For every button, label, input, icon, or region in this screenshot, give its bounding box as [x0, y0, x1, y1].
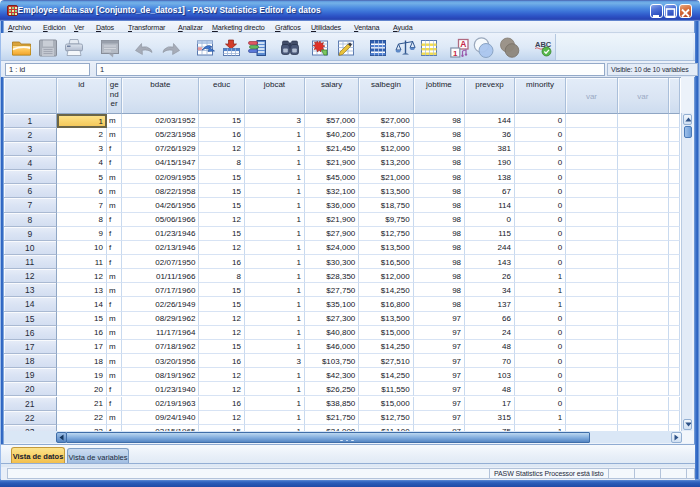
svg-text:A: A [460, 39, 466, 49]
svg-text:1: 1 [453, 49, 458, 58]
